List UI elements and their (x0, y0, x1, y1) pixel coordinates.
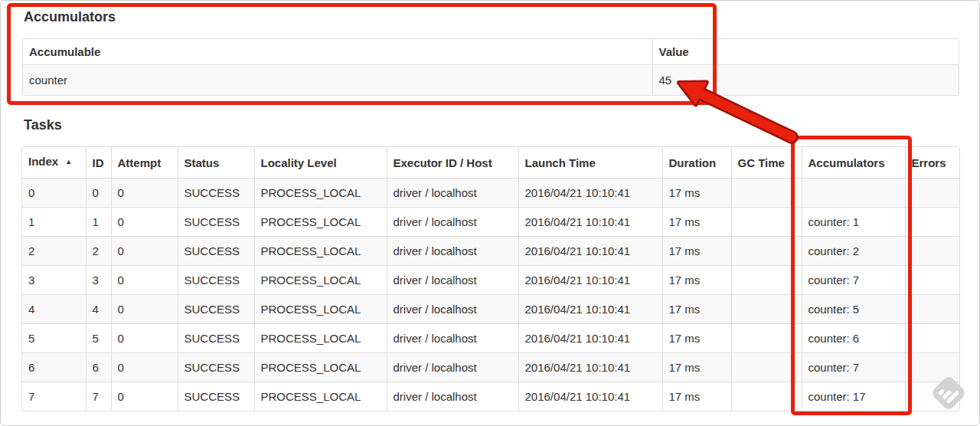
task-cell-locality-level: PROCESS_LOCAL (254, 237, 387, 266)
task-cell-launch-time: 2016/04/21 10:10:41 (518, 295, 662, 324)
task-cell-duration: 17 ms (662, 324, 731, 353)
task-cell-executor-id-host: driver / localhost (387, 382, 518, 411)
task-cell-errors (905, 295, 959, 324)
task-row: 440SUCCESSPROCESS_LOCALdriver / localhos… (22, 295, 959, 324)
task-cell-launch-time: 2016/04/21 10:10:41 (518, 353, 662, 382)
task-cell-locality-level: PROCESS_LOCAL (254, 208, 387, 237)
task-cell-attempt: 0 (111, 295, 178, 324)
task-cell-gc-time (731, 324, 802, 353)
column-header-status[interactable]: Status (178, 147, 254, 179)
task-cell-gc-time (731, 295, 802, 324)
task-cell-id: 3 (86, 266, 111, 295)
task-cell-duration: 17 ms (662, 208, 731, 237)
column-header-index-label: Index (28, 155, 58, 168)
task-cell-status: SUCCESS (178, 237, 254, 266)
task-cell-launch-time: 2016/04/21 10:10:41 (518, 179, 662, 208)
column-header-attempt[interactable]: Attempt (111, 147, 178, 179)
task-cell-attempt: 0 (111, 179, 178, 208)
task-cell-index: 0 (22, 179, 86, 208)
tasks-table-body: 000SUCCESSPROCESS_LOCALdriver / localhos… (22, 179, 959, 411)
task-row: 000SUCCESSPROCESS_LOCALdriver / localhos… (22, 179, 959, 208)
accumulable-row: counter 45 (23, 65, 959, 96)
task-cell-duration: 17 ms (662, 353, 731, 382)
column-header-duration[interactable]: Duration (662, 147, 731, 179)
task-cell-status: SUCCESS (178, 353, 254, 382)
column-header-index[interactable]: Index▲ (22, 147, 86, 179)
task-cell-errors (905, 324, 959, 353)
accumulables-table: Accumulable Value counter 45 (22, 38, 959, 96)
task-cell-launch-time: 2016/04/21 10:10:41 (518, 266, 662, 295)
task-cell-launch-time: 2016/04/21 10:10:41 (518, 382, 662, 411)
column-header-locality-level[interactable]: Locality Level (254, 147, 387, 179)
task-cell-gc-time (731, 179, 802, 208)
task-cell-duration: 17 ms (662, 179, 731, 208)
task-row: 110SUCCESSPROCESS_LOCALdriver / localhos… (22, 208, 959, 237)
task-cell-duration: 17 ms (662, 237, 731, 266)
column-header-launch-time[interactable]: Launch Time (518, 147, 662, 179)
task-row: 770SUCCESSPROCESS_LOCALdriver / localhos… (22, 382, 959, 411)
accumulables-header-row: Accumulable Value (23, 39, 959, 65)
tasks-table: Index▲ ID Attempt Status Locality Level … (21, 146, 960, 411)
task-cell-gc-time (731, 237, 802, 266)
column-header-gc-time[interactable]: GC Time (731, 147, 802, 179)
task-cell-accumulators: counter: 6 (802, 324, 905, 353)
task-cell-status: SUCCESS (178, 208, 254, 237)
task-cell-locality-level: PROCESS_LOCAL (254, 266, 387, 295)
tasks-header-row: Index▲ ID Attempt Status Locality Level … (22, 147, 959, 179)
task-cell-gc-time (731, 266, 802, 295)
task-cell-launch-time: 2016/04/21 10:10:41 (518, 324, 662, 353)
task-cell-id: 6 (86, 353, 111, 382)
task-cell-locality-level: PROCESS_LOCAL (254, 179, 387, 208)
task-cell-index: 7 (22, 382, 86, 411)
column-header-accumulators[interactable]: Accumulators (802, 147, 905, 179)
task-cell-attempt: 0 (111, 208, 178, 237)
screenshot-frame: Accumulators Accumulable Value counter 4… (0, 0, 980, 426)
task-cell-launch-time: 2016/04/21 10:10:41 (518, 208, 662, 237)
task-cell-executor-id-host: driver / localhost (387, 179, 518, 208)
tasks-section-title: Tasks (24, 117, 62, 133)
task-cell-accumulators (802, 179, 905, 208)
task-cell-accumulators: counter: 5 (802, 295, 905, 324)
column-header-errors[interactable]: Errors (905, 147, 959, 179)
task-cell-executor-id-host: driver / localhost (387, 208, 518, 237)
accumulable-name-cell: counter (23, 65, 652, 96)
task-cell-executor-id-host: driver / localhost (387, 353, 518, 382)
task-row: 660SUCCESSPROCESS_LOCALdriver / localhos… (22, 353, 959, 382)
task-cell-index: 6 (22, 353, 86, 382)
task-cell-attempt: 0 (111, 324, 178, 353)
column-header-executor-id-host[interactable]: Executor ID / Host (387, 147, 518, 179)
task-cell-duration: 17 ms (662, 266, 731, 295)
task-cell-errors (905, 237, 959, 266)
task-cell-index: 5 (22, 324, 86, 353)
accumulators-section-title: Accumulators (24, 9, 116, 25)
task-cell-id: 7 (86, 382, 111, 411)
column-header-accumulable[interactable]: Accumulable (23, 39, 652, 65)
task-cell-id: 1 (86, 208, 111, 237)
task-cell-accumulators: counter: 7 (802, 266, 905, 295)
task-cell-duration: 17 ms (662, 295, 731, 324)
task-row: 220SUCCESSPROCESS_LOCALdriver / localhos… (22, 237, 959, 266)
accumulable-value-cell: 45 (652, 65, 959, 96)
task-cell-gc-time (731, 353, 802, 382)
task-cell-status: SUCCESS (178, 295, 254, 324)
task-cell-index: 2 (22, 237, 86, 266)
task-cell-locality-level: PROCESS_LOCAL (254, 324, 387, 353)
task-cell-id: 5 (86, 324, 111, 353)
task-cell-gc-time (731, 382, 802, 411)
task-cell-launch-time: 2016/04/21 10:10:41 (518, 237, 662, 266)
task-cell-locality-level: PROCESS_LOCAL (254, 295, 387, 324)
task-row: 330SUCCESSPROCESS_LOCALdriver / localhos… (22, 266, 959, 295)
task-cell-id: 2 (86, 237, 111, 266)
task-cell-id: 4 (86, 295, 111, 324)
task-cell-errors (905, 179, 959, 208)
task-cell-attempt: 0 (111, 266, 178, 295)
task-cell-duration: 17 ms (662, 382, 731, 411)
task-cell-index: 4 (22, 295, 86, 324)
column-header-id[interactable]: ID (86, 147, 111, 179)
task-cell-errors (905, 266, 959, 295)
column-header-value[interactable]: Value (652, 39, 959, 65)
task-cell-attempt: 0 (111, 353, 178, 382)
task-cell-id: 0 (86, 179, 111, 208)
task-cell-index: 3 (22, 266, 86, 295)
task-cell-executor-id-host: driver / localhost (387, 324, 518, 353)
